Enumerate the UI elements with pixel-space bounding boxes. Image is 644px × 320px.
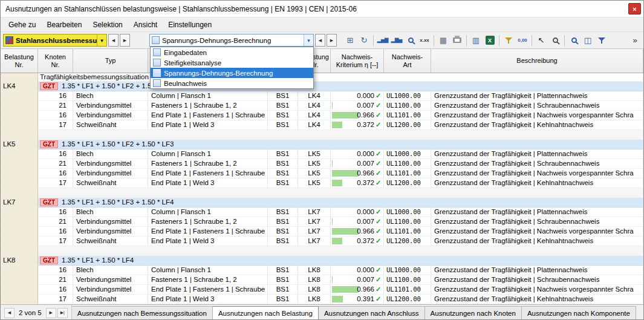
module-next-button[interactable] — [120, 34, 130, 47]
calculation-prev-button[interactable] — [315, 34, 325, 47]
dropdown-item-beulnachweis[interactable]: Beulnachweis — [151, 78, 313, 88]
calculation-icon — [152, 36, 160, 44]
knoten-cell: 16 — [38, 149, 73, 159]
calculation-next-button[interactable] — [327, 34, 337, 47]
last-page-button[interactable] — [57, 308, 68, 318]
table-row[interactable]: 17SchweißnahtEnd Plate 1 | Weld 3BS1LK50… — [1, 178, 643, 188]
knoten-cell: 16 — [38, 91, 73, 101]
table-row[interactable]: 16BlechColumn | Flansch 1BS1LK40.000✓UL1… — [1, 91, 643, 101]
typ-cell: Schweißnaht — [73, 237, 148, 246]
result-diagram-icon[interactable]: ▂▅▇ — [377, 34, 389, 47]
table-row[interactable]: 16BlechColumn | Flansch 1BS1LK70.000✓UL1… — [1, 207, 643, 217]
more-buttons-icon[interactable]: » — [629, 34, 641, 47]
group-header-row[interactable]: LK4GZT1.35 * LF1 + 1.50 * LF2 + 1.50 * L… — [1, 82, 643, 91]
typ-cell: Verbindungsmittel — [73, 111, 148, 120]
table-row[interactable]: 16BlechColumn | Flansch 1BS1LK80.000✓UL1… — [1, 266, 643, 275]
dropdown-item-label: Steifigkeitsanalyse — [164, 59, 221, 67]
extreme-values-icon[interactable]: x.xx — [418, 34, 431, 47]
menu-item-selektion[interactable]: Selektion — [87, 19, 128, 31]
table-row[interactable]: 17SchweißnahtEnd Plate 1 | Weld 3BS1LK40… — [1, 120, 643, 130]
decimal-places-icon[interactable]: 0,00 — [516, 34, 529, 47]
result-chart-icon[interactable]: ▥ — [470, 34, 482, 47]
table-row[interactable]: 16VerbindungsmittelEnd Plate 1 | Fastene… — [1, 169, 643, 178]
nachweis-kriterium-cell: 0.391✓ — [331, 295, 384, 304]
group-header-row[interactable]: LK8GZT1.35 * LF1 + 1.50 * LF4 — [1, 256, 643, 266]
check-icon: ✓ — [374, 159, 382, 168]
header-typ[interactable]: Typ — [73, 49, 148, 73]
table-row[interactable]: 21VerbindungsmittelFasteners 1 | Schraub… — [1, 275, 643, 285]
calculation-combo[interactable]: Spannungs-Dehnungs-Berechnung — [149, 34, 314, 47]
bemessungssituation-cell: BS1 — [268, 149, 298, 159]
previous-page-button[interactable] — [4, 308, 15, 318]
module-combo[interactable]: Stahlanschlussbemessung — [3, 34, 107, 47]
bemessungssituation-cell: BS1 — [268, 217, 298, 227]
panels-icon[interactable]: ◫ — [582, 34, 594, 47]
tables-icon[interactable]: ▦ — [437, 34, 449, 47]
pointer-icon[interactable]: ↖ — [535, 34, 547, 47]
beschreibung-cell: Grenzzustand der Tragfähigkeit | Schraub… — [431, 101, 643, 111]
dropdown-item-eingabedaten[interactable]: Eingabedaten — [151, 47, 313, 57]
tab-ausnutzungen-nach-bemessungssituation[interactable]: Ausnutzungen nach Bemessungssituation — [72, 306, 213, 320]
bemessungssituation-cell: BS1 — [268, 207, 298, 217]
header-nachweis-art[interactable]: Nachweis- Art — [384, 49, 431, 73]
table-row[interactable]: 16VerbindungsmittelEnd Plate 1 | Fastene… — [1, 111, 643, 120]
eta-value: 0.966 — [357, 285, 374, 294]
nachweis-art-cell: UL1100.00 — [384, 217, 431, 227]
table-row[interactable]: 17SchweißnahtEnd Plate 1 | Weld 3BS1LK80… — [1, 295, 643, 304]
zoom-icon[interactable] — [568, 34, 580, 47]
table-row[interactable]: 21VerbindungsmittelFasteners 1 | Schraub… — [1, 217, 643, 227]
tab-ausnutzungen-nach-anschluss[interactable]: Ausnutzungen nach Anschluss — [319, 306, 425, 320]
tab-ausnutzungen-nach-belastung[interactable]: Ausnutzungen nach Belastung — [213, 306, 319, 320]
toolbar-separator — [532, 35, 532, 46]
komponente-cell: Fasteners 1 | Schraube 1, 2 — [148, 101, 268, 111]
belastung-cell: LK8 — [298, 295, 331, 304]
print-icon[interactable] — [451, 34, 463, 47]
pager: 2 von 5 — [1, 305, 72, 320]
group-header-row[interactable]: LK7GZT1.35 * LF1 + 1.50 * LF3 + 1.50 * L… — [1, 198, 643, 207]
header-nachweis-kriterium[interactable]: Nachweis- Kriterium η [--] — [331, 49, 384, 73]
module-prev-button[interactable] — [108, 34, 119, 47]
table-row[interactable]: 16BlechColumn | Flansch 1BS1LK50.000✓UL1… — [1, 149, 643, 159]
menu-item-einstellungen[interactable]: Einstellungen — [163, 19, 217, 31]
next-page-button[interactable] — [46, 308, 56, 318]
beschreibung-cell: Grenzzustand der Tragfähigkeit | Nachwei… — [431, 227, 643, 237]
copy-table-icon[interactable]: ⊞ — [344, 34, 356, 47]
dropdown-item-steifigkeitsanalyse[interactable]: Steifigkeitsanalyse — [151, 57, 313, 68]
excel-export-icon[interactable]: X — [484, 34, 496, 47]
menu-item-ansicht[interactable]: Ansicht — [128, 19, 163, 31]
stress-view-icon[interactable] — [405, 34, 417, 47]
close-button[interactable]: × — [628, 3, 641, 15]
komponente-cell: End Plate 1 | Weld 3 — [148, 120, 268, 130]
dropdown-item-spannungs-dehnungs-berechnung[interactable]: Spannungs-Dehnungs-Berechnung — [151, 68, 313, 78]
header-belastung-nr[interactable]: Belastung Nr. — [1, 49, 38, 73]
eta-value: 0.391 — [357, 295, 374, 304]
filter-results-icon[interactable] — [596, 34, 608, 47]
table-row[interactable]: 21VerbindungsmittelFasteners 1 | Schraub… — [1, 159, 643, 169]
komponente-cell: Column | Flansch 1 — [148, 149, 268, 159]
knoten-cell: 21 — [38, 101, 73, 111]
recalculate-icon[interactable]: ↻ — [358, 34, 370, 47]
table-row[interactable]: 16VerbindungsmittelEnd Plate 1 | Fastene… — [1, 285, 643, 295]
komponente-cell: Column | Flansch 1 — [148, 91, 268, 101]
check-icon: ✓ — [374, 111, 382, 120]
menu-item-gehe-zu[interactable]: Gehe zu — [3, 19, 41, 31]
table-row[interactable]: 17SchweißnahtEnd Plate 1 | Weld 3BS1LK70… — [1, 237, 643, 246]
table-row[interactable]: 16VerbindungsmittelEnd Plate 1 | Fastene… — [1, 227, 643, 237]
header-beschreibung[interactable]: Beschreibung — [431, 49, 643, 73]
table-row[interactable]: 21VerbindungsmittelFasteners 1 | Schraub… — [1, 101, 643, 111]
tab-ausnutzungen-nach-komponente[interactable]: Ausnutzungen nach Komponente — [522, 306, 636, 320]
header-knoten-nr[interactable]: Knoten Nr. — [38, 49, 73, 73]
filter-icon[interactable] — [503, 34, 515, 47]
menu-item-bearbeiten[interactable]: Bearbeiten — [41, 19, 87, 31]
header-label: Kriterium η [--] — [336, 61, 379, 69]
group-header-row[interactable]: LK5GZT1.35 * LF1 + 1.50 * LF2 + 1.50 * L… — [1, 140, 643, 149]
tab-ausnutzungen-nach-knoten[interactable]: Ausnutzungen nach Knoten — [425, 306, 522, 320]
knoten-cell: 16 — [38, 207, 73, 217]
section-row: Tragfähigkeitsbemessungssituation — [1, 73, 643, 82]
result-diagram-member-icon[interactable]: ▂▇▅ — [391, 34, 403, 47]
eta-bar — [332, 180, 342, 186]
beschreibung-cell: Grenzzustand der Tragfähigkeit | Kehlnah… — [431, 178, 643, 188]
row-label-cell — [1, 130, 38, 140]
search-icon[interactable] — [549, 34, 561, 47]
belastung-cell: LK5 — [298, 178, 331, 188]
